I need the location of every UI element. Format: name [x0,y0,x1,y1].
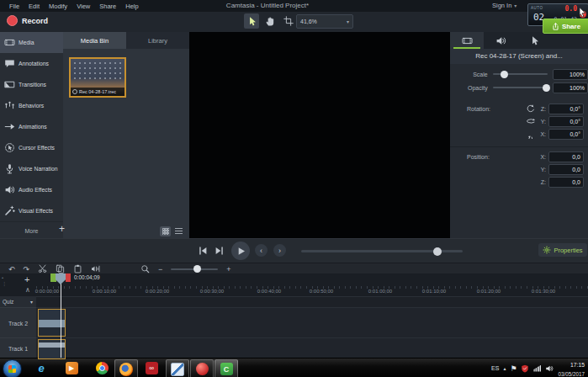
zoom-in-button[interactable]: + [226,265,230,273]
language-indicator[interactable]: ES [491,365,499,371]
copy-button[interactable] [56,264,65,273]
opacity-row: Opacity 100% [450,82,588,93]
rotation-z-field[interactable]: 0,0° [548,104,584,114]
rotation-y-field[interactable]: 0,0° [548,116,584,127]
taskbar-clock[interactable]: 17:15 03/05/2017 [558,359,585,377]
tab-audio-properties[interactable] [484,32,517,49]
quiz-lane[interactable] [36,296,588,308]
position-y-field[interactable]: 0,0 [548,164,584,175]
selection-in-handle[interactable] [50,273,56,282]
scale-value-field[interactable]: 100% [553,69,588,80]
playhead-line[interactable] [61,273,61,358]
menu-file[interactable]: File [9,3,19,10]
sidebar-item-media[interactable]: Media [0,32,63,53]
track2-lane[interactable] [36,307,588,338]
menu-share[interactable]: Share [99,3,116,10]
selection-out-handle[interactable] [66,273,71,282]
hidden-icons-caret-icon[interactable]: ▴ [503,365,506,371]
next-clip-button[interactable]: › [273,244,286,257]
sidebar-item-behaviors[interactable]: Behaviors [0,95,63,116]
menu-edit[interactable]: Edit [29,3,40,10]
position-z-field[interactable]: 0,0 [548,177,584,188]
previous-clip-button[interactable]: ‹ [255,244,268,257]
taskbar-camtasia[interactable]: C [215,359,238,377]
position-x-row: X: 0,0 [526,151,584,162]
cut-button[interactable] [38,264,47,273]
antivirus-shield-icon[interactable] [521,364,529,373]
sign-in-menu[interactable]: Sign In▾ [492,0,516,12]
taskbar-firefox[interactable] [114,359,138,377]
record-label: Record [22,17,48,25]
track-options-icon[interactable]: •⋮ [2,275,7,287]
taskbar-chrome[interactable] [91,359,113,377]
sidebar-item-annotations[interactable]: Annotations [0,53,63,74]
select-tool-button[interactable] [244,13,259,29]
list-view-button[interactable] [173,226,184,236]
volume-icon[interactable] [545,364,554,373]
network-signal-icon[interactable] [533,365,541,372]
taskbar-internet-explorer[interactable]: e [30,359,52,377]
tab-media-bin[interactable]: Media Bin [63,32,126,49]
undo-button[interactable]: ↶ [8,265,15,273]
add-track-button[interactable]: + [24,274,29,284]
taskbar-adobe[interactable]: ∞ [140,359,162,377]
step-forward-button[interactable] [214,245,225,257]
sidebar-item-visual-effects[interactable]: Visual Effects [0,200,63,221]
share-button[interactable]: Share [543,19,588,34]
tab-cursor-properties[interactable] [517,32,551,49]
track2-clip[interactable] [38,309,66,337]
action-center-flag-icon[interactable]: ⚑ [510,364,516,373]
opacity-value-field[interactable]: 100% [553,82,588,93]
sidebar-more-button[interactable]: More [0,221,63,239]
play-button[interactable] [231,242,250,260]
properties-toggle-button[interactable]: Properties [538,243,587,257]
crop-tool-button[interactable] [281,13,296,29]
zoom-slider-thumb[interactable] [193,265,201,273]
track1-lane[interactable] [36,337,588,358]
properties-toggle-label: Properties [554,247,582,254]
sidebar-item-voice-narration[interactable]: Voice Narration [0,158,63,179]
record-button[interactable]: Record [7,15,48,26]
sign-in-label: Sign In [492,2,511,9]
preview-canvas[interactable] [189,32,450,238]
grid-view-button[interactable] [160,226,171,236]
sidebar-item-audio-effects[interactable]: Audio Effects [0,179,63,200]
sidebar-item-animations[interactable]: Animations [0,116,63,137]
pan-tool-button[interactable] [262,13,278,29]
quiz-row[interactable]: Quiz ▾ [0,296,36,307]
taskbar-snipping-tool[interactable] [166,359,189,377]
menu-view[interactable]: View [77,3,90,10]
tab-visual-properties[interactable] [450,32,484,49]
sidebar-item-cursor-effects[interactable]: Cursor Effects [0,137,63,158]
playhead-handle[interactable] [56,273,66,284]
media-item-thumbnail[interactable]: Rec 04-28-17.trec [69,57,126,98]
preview-scrubber[interactable] [301,250,463,252]
taskbar-media-player[interactable]: ▶ [61,359,82,377]
track1-clip[interactable] [38,339,66,359]
position-x-field[interactable]: 0,0 [548,151,584,162]
redo-button[interactable]: ↷ [24,265,30,273]
axis-label: Z: [536,106,546,112]
collapse-tracks-button[interactable]: ∧ [25,286,30,294]
menu-help[interactable]: Help [125,3,138,10]
track2-header[interactable]: Track 2 [0,307,36,338]
sidebar-item-transitions[interactable]: Transitions [0,74,63,95]
tab-library[interactable]: Library [126,32,189,49]
scrubber-thumb[interactable] [433,247,442,256]
timeline-zoom-slider[interactable] [171,268,218,270]
step-back-button[interactable] [197,245,209,257]
audio-levels-button[interactable] [91,264,100,273]
menu-modify[interactable]: Modify [49,3,67,10]
taskbar-app[interactable] [190,359,214,377]
rotation-x-field[interactable]: 0,0° [548,129,584,140]
zoom-out-button[interactable]: − [158,265,162,273]
add-media-plus-button[interactable]: + [59,223,65,235]
timeline-ruler[interactable]: 0:00:00;00 0:00:10;00 0:00:20;00 0:00:30… [36,286,588,296]
zoom-select[interactable]: 41,6% ▾ [296,14,353,29]
adobe-icon: ∞ [146,362,158,374]
track1-header[interactable]: Track 1 [0,337,36,358]
start-button[interactable] [3,359,22,377]
opacity-slider[interactable] [493,87,548,88]
paste-button[interactable] [73,264,82,273]
scale-slider[interactable] [493,73,548,75]
